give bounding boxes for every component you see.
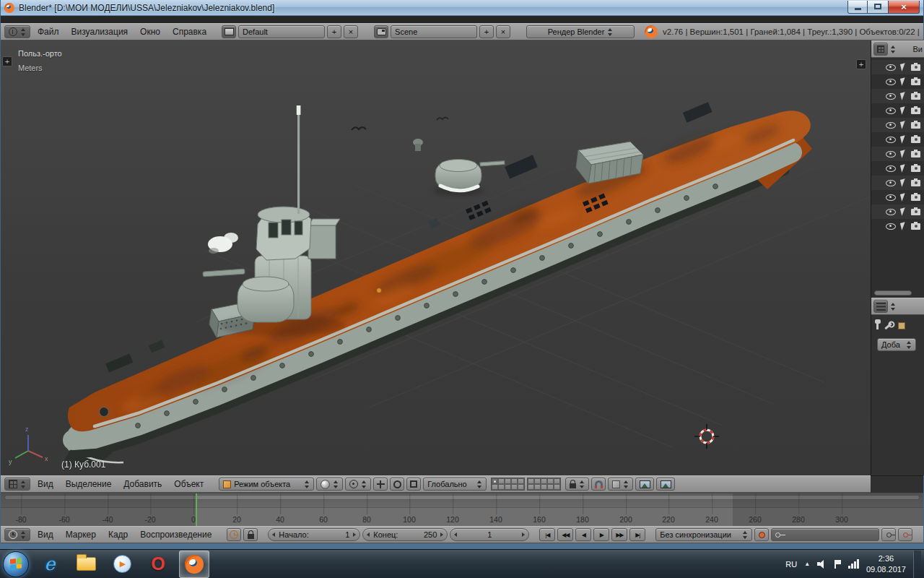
editor-type-button-info[interactable] <box>4 25 30 38</box>
screen-layout-delete-button[interactable]: × <box>344 25 358 38</box>
delete-keyframe-button[interactable] <box>898 528 912 541</box>
visibility-eye-icon[interactable] <box>886 194 896 201</box>
taskbar-item-ie[interactable]: e <box>35 551 65 578</box>
v3d-menu-object[interactable]: Объект <box>169 479 209 489</box>
manipulator-translate-toggle[interactable] <box>373 478 388 491</box>
renderability-camera-icon[interactable] <box>911 180 920 186</box>
scene-browse-button[interactable] <box>374 25 388 38</box>
language-indicator[interactable]: RU <box>785 560 797 569</box>
scene-delete-button[interactable]: × <box>496 25 510 38</box>
outliner-row[interactable] <box>871 118 924 132</box>
selectability-cursor-icon[interactable] <box>900 77 907 85</box>
show-desktop-button[interactable] <box>913 551 921 578</box>
outliner-scrollbar[interactable] <box>871 288 924 298</box>
maximize-button[interactable] <box>868 1 888 14</box>
decrement-arrow-icon[interactable] <box>272 532 275 537</box>
taskbar-item-blender-active[interactable] <box>179 551 209 578</box>
selectability-cursor-icon[interactable] <box>900 207 907 215</box>
manipulator-rotate-toggle[interactable] <box>390 478 404 491</box>
selectability-cursor-icon[interactable] <box>900 178 907 186</box>
selectability-cursor-icon[interactable] <box>900 193 907 201</box>
object-data-icon[interactable] <box>898 322 905 329</box>
menu-render[interactable]: Визуализация <box>66 27 134 37</box>
increment-arrow-icon[interactable] <box>353 532 356 537</box>
taskbar-item-opera[interactable]: O <box>143 551 173 578</box>
outliner-row[interactable] <box>871 204 924 219</box>
properties-tabs[interactable] <box>874 321 922 331</box>
renderability-camera-icon[interactable] <box>911 64 920 71</box>
scene-add-button[interactable]: + <box>479 25 494 38</box>
visibility-eye-icon[interactable] <box>886 79 896 85</box>
selectability-cursor-icon[interactable] <box>900 150 907 158</box>
renderability-camera-icon[interactable] <box>911 165 920 172</box>
wrench-modifier-icon[interactable] <box>884 322 892 329</box>
taskbar-item-media-player[interactable]: ▶ <box>107 551 137 578</box>
taskbar-clock[interactable]: 2:36 09.08.2017 <box>866 553 906 574</box>
auto-keyframe-toggle[interactable] <box>754 528 769 541</box>
editor-type-button-view3d[interactable] <box>4 478 30 491</box>
frame-start-field[interactable]: Начало:1 <box>268 528 360 541</box>
jump-to-start-button[interactable]: |◀ <box>539 528 555 541</box>
toolbar-expand-button[interactable]: + <box>2 56 12 66</box>
visibility-eye-icon[interactable] <box>886 223 896 230</box>
lock-time-toggle[interactable] <box>243 528 258 541</box>
editor-type-button-properties[interactable] <box>873 300 888 313</box>
taskbar-item-explorer[interactable] <box>71 551 101 578</box>
action-center-flag-icon[interactable] <box>834 560 841 569</box>
visibility-eye-icon[interactable] <box>886 108 896 114</box>
snap-toggle[interactable] <box>591 478 606 491</box>
v3d-menu-select[interactable]: Выделение <box>61 479 117 489</box>
outliner-row[interactable] <box>871 219 924 233</box>
menu-help[interactable]: Справка <box>167 27 212 37</box>
previous-keyframe-button[interactable]: ◀◀ <box>557 528 573 541</box>
outliner-row[interactable] <box>871 89 924 103</box>
outliner-menu-view[interactable]: Ви <box>913 45 923 53</box>
renderability-camera-icon[interactable] <box>911 223 920 230</box>
renderability-camera-icon[interactable] <box>911 108 920 114</box>
timeline-canvas[interactable]: -80 -60 -40 -20 0 20 40 60 80 100 120 14… <box>1 493 923 526</box>
selectability-cursor-icon[interactable] <box>900 222 907 230</box>
selectability-cursor-icon[interactable] <box>900 92 907 100</box>
visibility-eye-icon[interactable] <box>886 209 896 215</box>
renderability-camera-icon[interactable] <box>911 209 920 215</box>
visibility-eye-icon[interactable] <box>886 122 896 129</box>
renderability-camera-icon[interactable] <box>911 93 920 100</box>
minimize-button[interactable] <box>847 1 868 14</box>
window-titlebar[interactable]: Blender* [D:\МОИ МОДЕЛИ\USSA\Jelezniakov… <box>1 0 923 16</box>
v3d-menu-view[interactable]: Вид <box>32 479 58 489</box>
menu-file[interactable]: Файл <box>32 27 64 37</box>
outliner-row[interactable] <box>871 190 924 204</box>
outliner-row[interactable] <box>871 74 924 89</box>
visibility-eye-icon[interactable] <box>886 180 896 186</box>
frame-end-field[interactable]: Конец:250 <box>362 528 448 541</box>
add-modifier-button[interactable]: Доба <box>877 338 916 351</box>
selectability-cursor-icon[interactable] <box>900 63 907 71</box>
editor-type-button-outliner[interactable] <box>873 43 888 56</box>
outliner-row[interactable] <box>871 60 924 74</box>
renderability-camera-icon[interactable] <box>911 151 920 158</box>
opengl-render-button[interactable] <box>635 478 654 491</box>
network-signal-icon[interactable] <box>848 559 859 569</box>
editor-type-button-timeline[interactable] <box>4 528 30 541</box>
orientation-select[interactable]: Глобально <box>423 478 487 491</box>
outliner-row[interactable] <box>871 103 924 118</box>
manipulator-scale-toggle[interactable] <box>406 478 421 491</box>
play-reverse-button[interactable]: ◀ <box>575 528 591 541</box>
selectability-cursor-icon[interactable] <box>900 135 907 143</box>
tl-menu-view[interactable]: Вид <box>32 530 58 540</box>
next-keyframe-button[interactable]: ▶▶ <box>611 528 627 541</box>
scene-field[interactable]: Scene <box>391 25 477 38</box>
selectability-cursor-icon[interactable] <box>900 164 907 172</box>
selectability-cursor-icon[interactable] <box>900 121 907 129</box>
increment-arrow-icon[interactable] <box>440 532 443 537</box>
tl-menu-playback[interactable]: Воспроизведение <box>135 530 217 540</box>
decrement-arrow-icon[interactable] <box>367 532 370 537</box>
tl-menu-marker[interactable]: Маркер <box>61 530 101 540</box>
selectability-cursor-icon[interactable] <box>900 106 907 114</box>
pivot-select[interactable] <box>345 478 371 491</box>
renderability-camera-icon[interactable] <box>911 79 920 85</box>
viewport-3d[interactable]: x y z Польз.-орто Meters (1) Куб.001 + + <box>1 40 871 475</box>
screen-layout-browse-button[interactable] <box>222 25 236 38</box>
outliner-row[interactable] <box>871 176 924 190</box>
layers-widget[interactable] <box>491 478 561 491</box>
